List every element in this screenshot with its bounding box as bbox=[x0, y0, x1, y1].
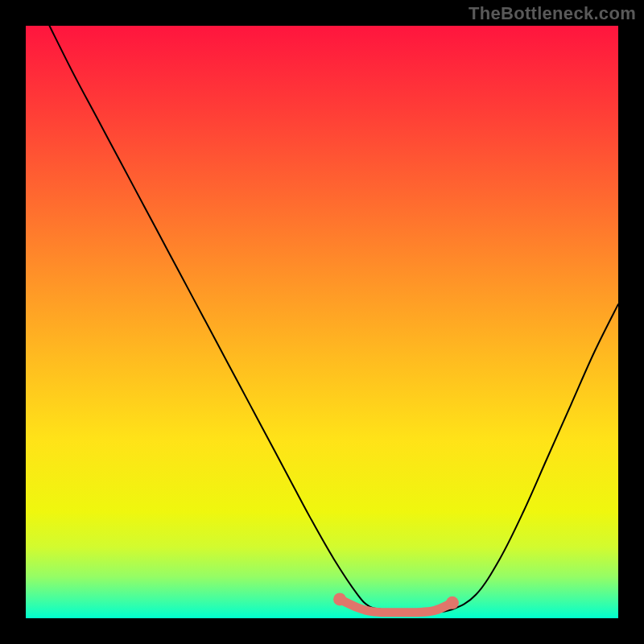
chart-frame: TheBottleneck.com bbox=[0, 0, 644, 644]
watermark-label: TheBottleneck.com bbox=[469, 3, 636, 24]
bottleneck-chart bbox=[0, 0, 644, 644]
optimal-region-start-dot bbox=[333, 592, 346, 605]
plot-background bbox=[26, 26, 618, 618]
optimal-region-end-dot bbox=[446, 597, 459, 609]
